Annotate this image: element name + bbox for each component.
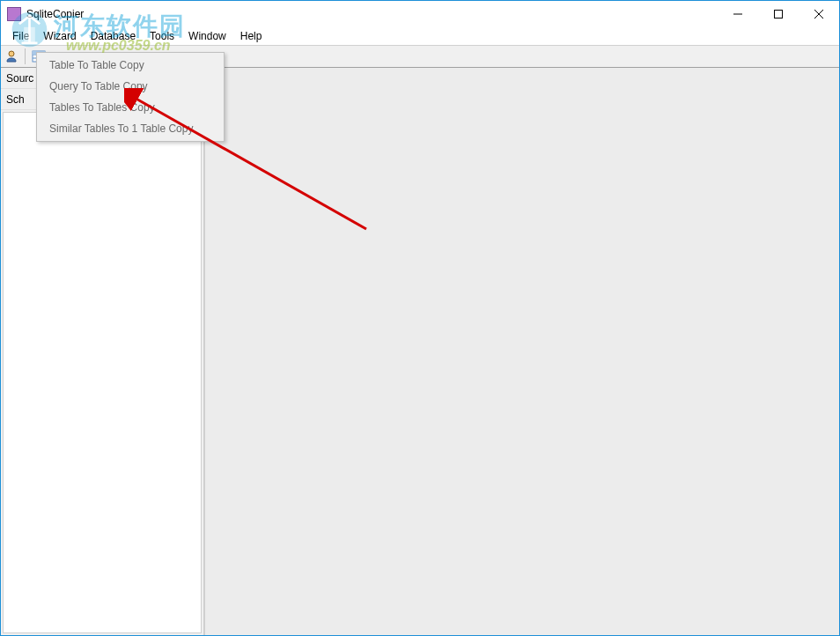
minimize-button[interactable] <box>718 1 758 27</box>
dropdown-similar-tables[interactable]: Similar Tables To 1 Table Copy <box>37 118 224 139</box>
menu-help[interactable]: Help <box>233 28 269 44</box>
app-icon <box>7 7 21 21</box>
left-panel: Sourc Sch <box>1 68 205 635</box>
svg-rect-1 <box>775 11 783 18</box>
menu-wizard[interactable]: Wizard <box>36 28 83 44</box>
main-area: Sourc Sch <box>1 68 839 635</box>
toolbar-user-icon[interactable] <box>4 48 19 64</box>
titlebar: SqliteCopier <box>1 1 839 27</box>
tree-area[interactable] <box>3 112 202 633</box>
source-label: Sourc <box>6 72 33 85</box>
menu-window[interactable]: Window <box>181 28 233 44</box>
dropdown-tables-to-tables[interactable]: Tables To Tables Copy <box>37 97 224 118</box>
svg-point-4 <box>9 51 14 56</box>
dropdown-table-to-table[interactable]: Table To Table Copy <box>37 55 224 76</box>
close-button[interactable] <box>799 1 839 27</box>
menu-file[interactable]: File <box>5 28 36 44</box>
menubar: File Wizard Database Tools Window Help <box>1 27 839 45</box>
schema-label: Sch <box>6 93 25 106</box>
window-title: SqliteCopier <box>26 8 84 20</box>
window-controls <box>718 1 839 27</box>
maximize-button[interactable] <box>758 1 799 27</box>
dropdown-query-to-table[interactable]: Query To Table Copy <box>37 76 224 97</box>
toolbar-separator <box>25 48 26 64</box>
menu-database[interactable]: Database <box>84 28 143 44</box>
content-panel <box>205 68 839 635</box>
wizard-dropdown: Table To Table Copy Query To Table Copy … <box>36 52 225 142</box>
menu-tools[interactable]: Tools <box>143 28 181 44</box>
